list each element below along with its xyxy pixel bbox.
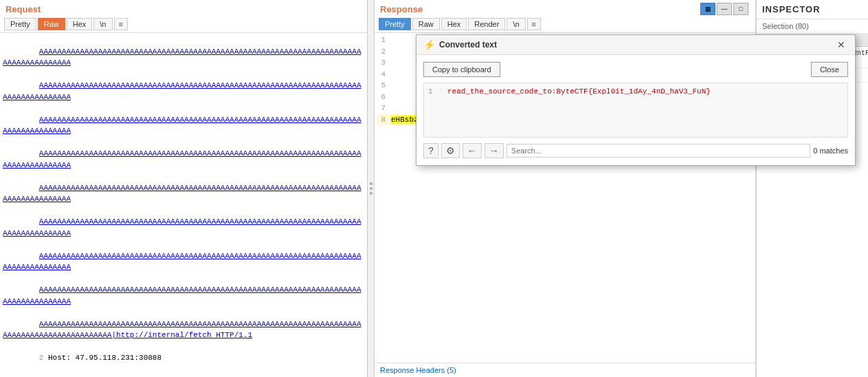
request-n-btn[interactable]: \n — [93, 18, 112, 30]
line-num-6: 6 — [377, 91, 391, 103]
request-line-aaa2: AAAAAAAAAAAAAAAAAAAAAAAAAAAAAAAAAAAAAAAA… — [3, 81, 361, 101]
dialog-search-input[interactable] — [507, 144, 810, 158]
response-n-btn[interactable]: \n — [507, 18, 525, 30]
response-hex-btn[interactable]: Hex — [441, 18, 467, 30]
dialog-lightning-icon: ⚡ — [423, 39, 435, 50]
response-headers-link[interactable]: Response Headers (5) — [380, 366, 456, 374]
response-panel: ▦ — □ Response Pretty Raw Hex Render \n … — [375, 0, 756, 377]
view-toggle-single-btn[interactable]: □ — [733, 3, 748, 15]
line-num-3: 3 — [377, 57, 391, 69]
view-toggle-grid-btn[interactable]: ▦ — [700, 3, 715, 15]
dialog-content-line-num: 1 — [428, 87, 442, 96]
request-raw-btn[interactable]: Raw — [38, 18, 65, 30]
view-toggle-controls: ▦ — □ — [700, 3, 748, 15]
dialog-footer: ? ⚙ ← → 0 matches — [423, 143, 848, 158]
request-line-aaa4: AAAAAAAAAAAAAAAAAAAAAAAAAAAAAAAAAAAAAAAA… — [3, 149, 361, 169]
request-pretty-btn[interactable]: Pretty — [4, 18, 36, 30]
request-hex-btn[interactable]: Hex — [67, 18, 93, 30]
request-content-area: AAAAAAAAAAAAAAAAAAAAAAAAAAAAAAAAAAAAAAAA… — [0, 33, 367, 377]
dialog-action-toolbar: Copy to clipboard Close — [423, 62, 848, 77]
request-panel: Request Pretty Raw Hex \n ≡ AAAAAAAAAAAA… — [0, 0, 368, 377]
line-num-5: 5 — [377, 80, 391, 91]
dialog-prev-btn[interactable]: ← — [463, 143, 482, 158]
line-num-1: 1 — [377, 34, 391, 46]
dialog-help-btn[interactable]: ? — [423, 143, 438, 158]
request-line-2: 2 Host: 47.95.118.231:30888 — [39, 354, 162, 362]
panel-divider — [368, 0, 375, 377]
dialog-settings-btn[interactable]: ⚙ — [441, 143, 460, 158]
request-body: AAAAAAAAAAAAAAAAAAAAAAAAAAAAAAAAAAAAAAAA… — [0, 33, 367, 377]
internal-fetch-link[interactable]: http://internal/fetch HTTP/1.1 — [116, 331, 252, 339]
dialog-close-btn[interactable]: Close — [811, 62, 848, 77]
line-num-4: 4 — [377, 69, 391, 80]
dialog-content-line-text: read_the_source_code_to:ByteCTF{Expl0it_… — [447, 87, 711, 96]
dialog-content-line-1: 1 read_the_source_code_to:ByteCTF{Expl0i… — [428, 87, 843, 96]
dialog-titlebar: ⚡ Converted text ✕ — [416, 35, 855, 55]
inspector-title: INSPECTOR — [757, 0, 868, 19]
request-line-aaa8: AAAAAAAAAAAAAAAAAAAAAAAAAAAAAAAAAAAAAAAA… — [3, 286, 361, 305]
request-toolbar: Pretty Raw Hex \n ≡ — [0, 16, 367, 33]
line-num-7: 7 — [377, 103, 391, 114]
dialog-next-btn[interactable]: → — [485, 143, 504, 158]
request-line-aaa1: AAAAAAAAAAAAAAAAAAAAAAAAAAAAAAAAAAAAAAAA… — [3, 47, 361, 67]
copy-to-clipboard-btn[interactable]: Copy to clipboard — [423, 62, 500, 77]
request-line-aaa9: AAAAAAAAAAAAAAAAAAAAAAAAAAAAAAAAAAAAAAAA… — [3, 320, 361, 340]
converted-text-dialog: ⚡ Converted text ✕ Copy to clipboard Clo… — [416, 34, 856, 166]
request-menu-btn[interactable]: ≡ — [114, 18, 128, 30]
view-toggle-list-btn[interactable]: — — [717, 3, 732, 15]
request-line-aaa6: AAAAAAAAAAAAAAAAAAAAAAAAAAAAAAAAAAAAAAAA… — [3, 217, 361, 237]
dialog-converted-content: 1 read_the_source_code_to:ByteCTF{Expl0i… — [423, 83, 848, 138]
response-pretty-btn[interactable]: Pretty — [379, 18, 411, 30]
response-headers-footer: Response Headers (5) — [375, 363, 755, 377]
response-toolbar: Pretty Raw Hex Render \n ≡ — [375, 16, 755, 33]
response-title: Response — [375, 0, 755, 16]
dialog-body: Copy to clipboard Close 1 read_the_sourc… — [416, 55, 855, 165]
line-num-2: 2 — [377, 46, 391, 58]
drag-handle[interactable] — [370, 182, 372, 195]
dialog-close-x-btn[interactable]: ✕ — [834, 39, 848, 50]
request-title: Request — [0, 0, 367, 16]
line-num-8: 8 — [377, 114, 391, 126]
request-line-aaa7: AAAAAAAAAAAAAAAAAAAAAAAAAAAAAAAAAAAAAAAA… — [3, 252, 361, 272]
dialog-matches-label: 0 matches — [813, 147, 848, 155]
response-raw-btn[interactable]: Raw — [412, 18, 440, 30]
request-line-aaa3: AAAAAAAAAAAAAAAAAAAAAAAAAAAAAAAAAAAAAAAA… — [3, 116, 361, 136]
response-render-btn[interactable]: Render — [468, 18, 505, 30]
response-menu-btn[interactable]: ≡ — [527, 18, 541, 30]
dialog-title-text: Converted text — [439, 40, 497, 50]
inspector-selection-info: Selection (80) — [757, 19, 868, 34]
request-line-aaa5: AAAAAAAAAAAAAAAAAAAAAAAAAAAAAAAAAAAAAAAA… — [3, 184, 361, 204]
dialog-title-left: ⚡ Converted text — [423, 39, 497, 50]
